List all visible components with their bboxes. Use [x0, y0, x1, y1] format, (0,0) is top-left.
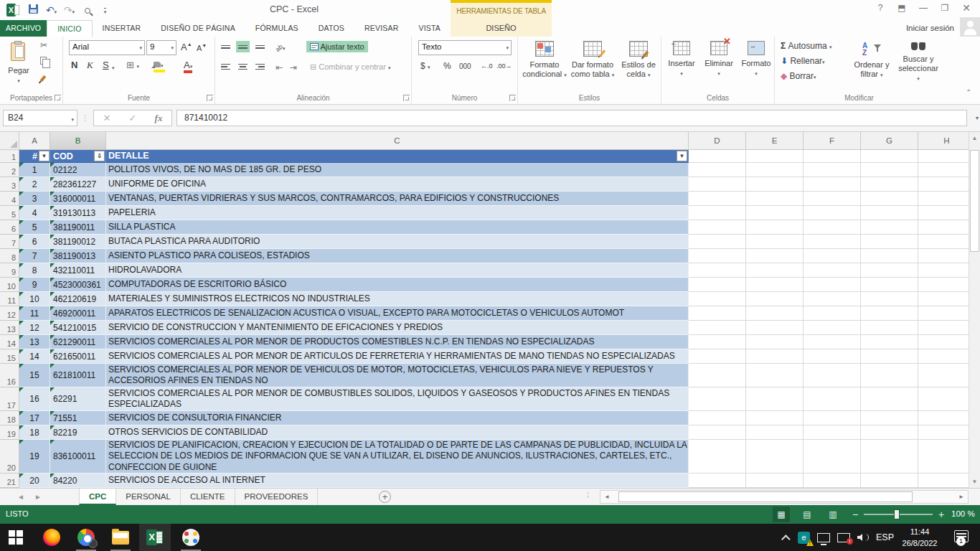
italic-icon[interactable]: K	[87, 60, 93, 71]
cell-num[interactable]: 5	[19, 220, 50, 235]
file-explorer-icon[interactable]	[105, 524, 136, 551]
grid-cell[interactable]	[746, 335, 804, 349]
format-cells-button[interactable]: ↔ Formato▾	[739, 41, 773, 78]
grid-cell[interactable]	[689, 306, 746, 321]
grid-cell[interactable]	[746, 163, 804, 177]
grid-cell[interactable]	[689, 387, 746, 411]
autosum-button[interactable]: Σ Autosuma ▾	[781, 41, 831, 51]
grid-cell[interactable]	[804, 192, 861, 206]
vertical-scrollbar[interactable]: ▲ ▼	[969, 132, 980, 488]
row-header[interactable]: 15	[0, 349, 19, 364]
tab-vista[interactable]: VISTA	[409, 20, 451, 37]
vertical-scroll-thumb[interactable]	[970, 150, 979, 252]
grid-cell[interactable]	[689, 278, 746, 292]
grid-cell[interactable]	[804, 235, 861, 249]
cell-cod[interactable]: 02122	[50, 163, 106, 177]
avatar[interactable]	[960, 17, 980, 37]
fill-color-icon[interactable]: ▾	[154, 59, 164, 70]
column-header-D[interactable]: D	[689, 132, 746, 150]
grid-cell[interactable]	[861, 278, 918, 292]
select-all-corner[interactable]	[0, 132, 19, 150]
cell-detalle[interactable]: ASIENTO PLASTICO PARA COLISEOS, ESTADIOS	[106, 249, 689, 263]
cell-cod[interactable]: 319130113	[50, 206, 106, 220]
sort-filter-button[interactable]: AZ Ordenar y filtrar ▾	[849, 41, 894, 80]
cell-styles-button[interactable]: Estilos de celda ▾	[618, 41, 659, 80]
font-size-select[interactable]: 9▾	[146, 40, 176, 55]
grid-cell[interactable]	[746, 150, 804, 163]
grid-cell[interactable]	[804, 321, 861, 335]
decrease-decimal-icon[interactable]: .00→	[496, 62, 512, 70]
grid-cell[interactable]	[861, 387, 918, 411]
sheet-tab-personal[interactable]: PERSONAL	[116, 489, 181, 505]
cell-detalle[interactable]: APARATOS ELECTRICOS DE SENALIZACION ACUS…	[106, 306, 689, 321]
grid-cell[interactable]	[918, 163, 969, 177]
grid-cell[interactable]	[746, 425, 804, 440]
grid-cell[interactable]	[861, 249, 918, 263]
find-select-button[interactable]: Buscar y seleccionar ▾	[897, 41, 940, 83]
clock[interactable]: 11:4426/8/2022	[897, 526, 943, 549]
align-left-icon[interactable]	[219, 61, 232, 72]
cell-detalle[interactable]: SERVICIO DE CONSTRUCCION Y MANTENIMIENTO…	[106, 321, 689, 335]
grid-cell[interactable]	[689, 474, 746, 488]
grid-cell[interactable]	[918, 335, 969, 349]
increase-decimal-icon[interactable]: ←.0	[481, 62, 493, 70]
row-header[interactable]: 21	[0, 474, 19, 488]
grid-cell[interactable]	[918, 306, 969, 321]
enter-icon[interactable]: ✓	[129, 113, 137, 123]
excel-taskbar-icon[interactable]: X	[139, 524, 171, 551]
cell-detalle[interactable]: SERVICIOS COMERCIALES AL POR MENOR DE CO…	[106, 387, 689, 411]
cell-num[interactable]: 18	[19, 425, 50, 440]
scroll-down-icon[interactable]: ▼	[969, 476, 980, 488]
grid-cell[interactable]	[918, 220, 969, 235]
cell-detalle[interactable]: COMPUTADORAS DE ESCRITORIO BÁSICO	[106, 278, 689, 292]
cell-detalle[interactable]: SILLA PLASTICA	[106, 220, 689, 235]
row-header[interactable]: 16	[0, 364, 19, 387]
grid-cell[interactable]	[689, 364, 746, 387]
grid-cell[interactable]	[689, 411, 746, 425]
grid-cell[interactable]	[861, 220, 918, 235]
formula-input[interactable]: 871410012	[176, 110, 967, 126]
cell-detalle[interactable]: SERVICIOS DE PLANIFICACION, CREACION Y E…	[106, 440, 689, 474]
grid-cell[interactable]	[746, 364, 804, 387]
grid-cell[interactable]	[804, 292, 861, 306]
grid-cell[interactable]	[918, 349, 969, 364]
cell-cod[interactable]: 282361227	[50, 177, 106, 192]
cell-num[interactable]: 8	[19, 263, 50, 278]
grid-cell[interactable]	[746, 206, 804, 220]
column-header-E[interactable]: E	[746, 132, 804, 150]
grid-cell[interactable]	[804, 249, 861, 263]
fill-button[interactable]: ⬇ Rellenar▾	[781, 56, 825, 66]
grid-cell[interactable]	[861, 474, 918, 488]
grid-cell[interactable]	[746, 235, 804, 249]
cell-cod[interactable]: 381190013	[50, 249, 106, 263]
column-header-B[interactable]: B	[50, 132, 106, 150]
name-box[interactable]: B24▾	[3, 110, 77, 126]
grid-cell[interactable]	[689, 220, 746, 235]
grid-cell[interactable]	[746, 220, 804, 235]
percent-icon[interactable]: %	[443, 61, 451, 71]
grid-cell[interactable]	[861, 235, 918, 249]
grid-cell[interactable]	[746, 177, 804, 192]
sheet-tab-proveedores[interactable]: PROVEEDORES	[235, 489, 319, 505]
increase-indent-icon[interactable]: ⇥	[290, 62, 297, 72]
cell-cod[interactable]: 469200011	[50, 306, 106, 321]
tab-archivo[interactable]: ARCHIVO	[0, 20, 47, 37]
filter-icon[interactable]: ▼	[677, 151, 687, 161]
cell-num[interactable]: 20	[19, 474, 50, 488]
sheet-tab-cliente[interactable]: CLIENTE	[181, 489, 235, 505]
cell-cod[interactable]: 84220	[50, 474, 106, 488]
sheet-nav-right-icon[interactable]: ►	[34, 489, 42, 505]
tab-splitter[interactable]: ⁞	[587, 491, 590, 499]
collapse-ribbon-icon[interactable]: ⌃	[966, 88, 971, 96]
number-format-select[interactable]: Texto▾	[418, 40, 512, 55]
grid-cell[interactable]	[804, 177, 861, 192]
sheet-tab-cpc[interactable]: CPC	[79, 489, 116, 505]
row-header[interactable]: 17	[0, 387, 19, 411]
grid-cell[interactable]	[918, 206, 969, 220]
grid-cell[interactable]	[689, 349, 746, 364]
sheet-nav-left-icon[interactable]: ◄	[17, 489, 24, 505]
grid-cell[interactable]	[804, 364, 861, 387]
decrease-indent-icon[interactable]: ⇤	[275, 62, 283, 72]
close-icon[interactable]: ✕	[956, 0, 977, 16]
cell-cod[interactable]: 62291	[50, 387, 106, 411]
